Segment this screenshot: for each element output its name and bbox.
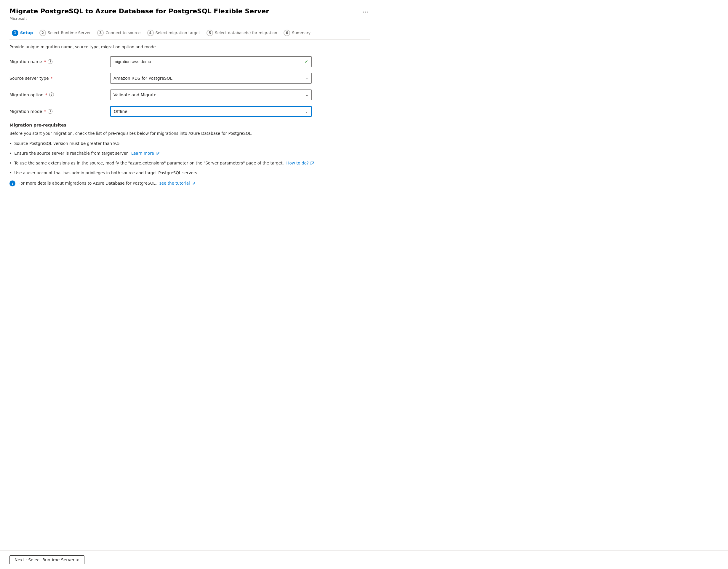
source-server-type-row: Source server type * Amazon RDS for Post… <box>9 73 370 84</box>
migration-option-label: Migration option * i <box>9 92 110 97</box>
bullet-4: • <box>9 170 12 176</box>
source-server-type-select[interactable]: Amazon RDS for PostgreSQL ⌄ <box>110 73 312 84</box>
form-description: Provide unique migration name, source ty… <box>9 44 370 49</box>
form-section: Migration name * i ✓ Source server type … <box>9 56 370 117</box>
step-2-runtime[interactable]: 2 Select Runtime Server <box>37 27 95 39</box>
step-2-circle: 2 <box>39 30 46 36</box>
migration-name-check-icon: ✓ <box>305 59 308 64</box>
migration-mode-select[interactable]: Offline ⌄ <box>110 106 312 117</box>
bullet-1: • <box>9 140 12 147</box>
step-1-label: Setup <box>20 31 33 35</box>
publisher-label: Microsoft <box>9 16 269 21</box>
info-note: i For more details about migrations to A… <box>9 180 370 186</box>
bullet-2: • <box>9 150 12 156</box>
required-star-option: * <box>45 92 47 97</box>
prerequisite-item-4: • Use a user account that has admin priv… <box>9 170 370 176</box>
info-note-icon: i <box>9 180 15 186</box>
migration-option-info-icon[interactable]: i <box>49 92 54 97</box>
step-1-circle: 1 <box>12 30 18 36</box>
step-3-label: Connect to source <box>105 31 140 35</box>
prerequisite-item-3: • To use the same extensions as in the s… <box>9 160 370 166</box>
step-5-label: Select database(s) for migration <box>215 31 277 35</box>
migration-mode-row: Migration mode * i Offline ⌄ <box>9 106 370 117</box>
learn-more-link[interactable]: Learn more <box>131 151 159 156</box>
learn-more-external-icon <box>156 152 159 155</box>
step-4-target[interactable]: 4 Select migration target <box>145 27 204 39</box>
how-to-do-external-icon <box>311 162 314 165</box>
prerequisite-text-2: Ensure the source server is reachable fr… <box>14 150 159 156</box>
step-3-circle: 3 <box>97 30 104 36</box>
step-6-circle: 6 <box>284 30 290 36</box>
step-5-databases[interactable]: 5 Select database(s) for migration <box>204 27 281 39</box>
step-2-label: Select Runtime Server <box>48 31 91 35</box>
see-tutorial-external-icon <box>192 182 195 185</box>
step-4-label: Select migration target <box>156 31 200 35</box>
migration-name-input[interactable] <box>113 57 308 67</box>
migration-option-value: Validate and Migrate <box>113 92 156 97</box>
prerequisite-item-2: • Ensure the source server is reachable … <box>9 150 370 156</box>
source-server-type-chevron: ⌄ <box>305 76 308 80</box>
page-title: Migrate PostgreSQL to Azure Database for… <box>9 7 269 16</box>
prerequisite-text-3: To use the same extensions as in the sou… <box>14 160 314 166</box>
step-3-connect[interactable]: 3 Connect to source <box>95 27 145 39</box>
required-star-mode: * <box>44 109 46 114</box>
migration-name-label: Migration name * i <box>9 59 110 64</box>
prerequisites-title: Migration pre-requisites <box>9 123 370 127</box>
how-to-do-link[interactable]: How to do? <box>286 161 314 165</box>
migration-option-row: Migration option * i Validate and Migrat… <box>9 89 370 100</box>
migration-mode-value: Offline <box>114 109 127 114</box>
required-star-name: * <box>44 59 46 64</box>
migration-option-chevron: ⌄ <box>305 93 308 97</box>
source-server-type-label: Source server type * <box>9 76 110 81</box>
more-options-icon[interactable]: ⋯ <box>361 7 370 17</box>
step-5-circle: 5 <box>207 30 213 36</box>
migration-mode-label: Migration mode * i <box>9 109 110 114</box>
migration-option-select[interactable]: Validate and Migrate ⌄ <box>110 89 312 100</box>
step-6-label: Summary <box>292 31 311 35</box>
source-server-type-value: Amazon RDS for PostgreSQL <box>113 76 172 81</box>
step-6-summary[interactable]: 6 Summary <box>281 27 315 39</box>
required-star-source: * <box>51 76 53 81</box>
prerequisites-section: Migration pre-requisites Before you star… <box>9 123 370 186</box>
prerequisite-text-4: Use a user account that has admin privil… <box>14 170 198 176</box>
step-4-circle: 4 <box>147 30 154 36</box>
migration-mode-info-icon[interactable]: i <box>48 109 52 114</box>
prerequisites-description: Before you start your migration, check t… <box>9 130 370 136</box>
migration-name-info-icon[interactable]: i <box>48 59 52 64</box>
see-tutorial-link[interactable]: see the tutorial <box>159 181 195 186</box>
info-note-text: For more details about migrations to Azu… <box>18 180 195 186</box>
migration-mode-chevron: ⌄ <box>305 109 308 114</box>
migration-name-row: Migration name * i ✓ <box>9 56 370 67</box>
wizard-steps: 1 Setup 2 Select Runtime Server 3 Connec… <box>9 27 370 40</box>
step-1-setup[interactable]: 1 Setup <box>9 27 37 39</box>
prerequisites-list: • Source PostgreSQL version must be grea… <box>9 140 370 176</box>
bullet-3: • <box>9 160 12 166</box>
prerequisite-item-1: • Source PostgreSQL version must be grea… <box>9 140 370 147</box>
migration-name-input-wrapper: ✓ <box>110 56 312 67</box>
prerequisite-text-1: Source PostgreSQL version must be greate… <box>14 140 120 146</box>
